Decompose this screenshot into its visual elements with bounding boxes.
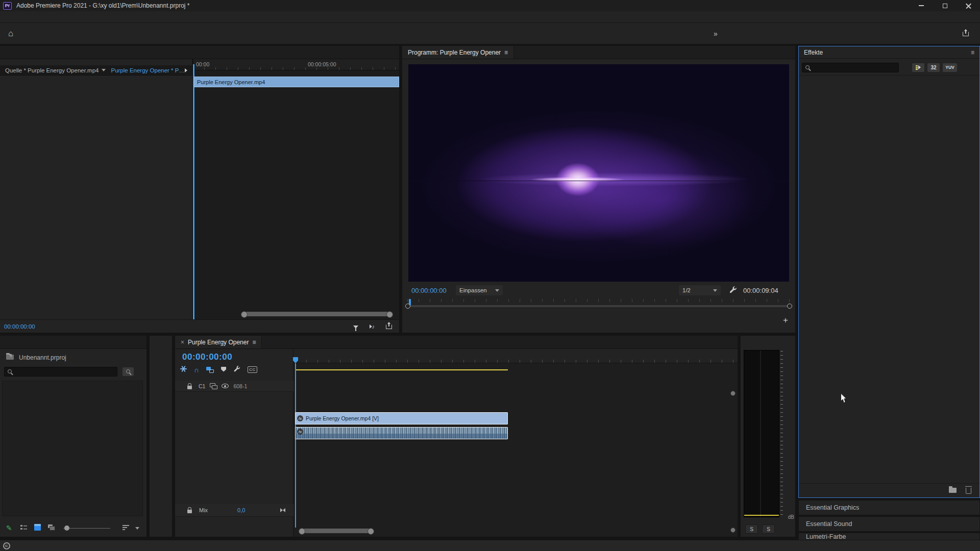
scrubber-handle-right[interactable] xyxy=(787,304,792,309)
panel-menu-icon[interactable]: ≡ xyxy=(971,49,974,56)
effect-controls-mini-timeline[interactable]: 00:00 00:00:05:00 Purple Energy Opener.m… xyxy=(192,59,399,319)
work-area-bar[interactable] xyxy=(295,369,508,370)
sequence-expand-icon[interactable] xyxy=(185,68,187,72)
search-text[interactable] xyxy=(813,64,889,70)
caption-format-badge: 608-1 xyxy=(233,383,247,389)
share-export-icon[interactable] xyxy=(963,30,969,38)
sort-icon[interactable] xyxy=(122,524,129,532)
search-bin-icon[interactable] xyxy=(122,367,134,376)
source-clip-dropdown-icon[interactable] xyxy=(102,69,106,71)
source-clip-label[interactable]: Quelle * Purple Energy Opener.mp4 xyxy=(5,67,99,73)
yuv-filter[interactable]: YUV xyxy=(943,63,957,72)
program-duration-timecode: 00:00:09:04 xyxy=(743,287,778,294)
play-audio-only-icon[interactable]: ♪ xyxy=(370,323,375,330)
up-one-level-icon[interactable]: ↰ xyxy=(6,354,14,361)
scrubber-handle-left[interactable] xyxy=(405,304,410,309)
close-button[interactable] xyxy=(957,0,980,11)
effects-panel-title[interactable]: Effekte xyxy=(804,49,823,56)
sequence-clip-label[interactable]: Purple Energy Opener * Purple Energy Op.… xyxy=(111,67,185,73)
captions-cc-icon[interactable]: CC xyxy=(248,366,257,373)
panel-menu-icon[interactable]: ≡ xyxy=(504,49,508,56)
snap-magnet-icon[interactable]: ∩ xyxy=(194,367,199,372)
zoom-level-select[interactable]: Einpassen xyxy=(456,285,503,295)
icon-view-icon[interactable] xyxy=(34,524,41,532)
timeline-vscroll-handle-top[interactable] xyxy=(730,391,736,396)
clip-fx-badge[interactable]: fx xyxy=(297,429,303,435)
home-icon[interactable]: ⌂ xyxy=(8,29,13,39)
master-track-header[interactable]: Mix 0,0 xyxy=(175,504,293,517)
add-marker-icon[interactable] xyxy=(221,366,226,373)
window-title: Adobe Premiere Pro 2021 - G:\xy old1\Pre… xyxy=(16,2,190,9)
chevron-down-icon[interactable] xyxy=(135,527,139,530)
creative-cloud-icon[interactable] xyxy=(3,542,10,549)
essential-graphics-panel-collapsed[interactable]: Essential Graphics xyxy=(798,500,980,515)
program-monitor-panel: Programm: Purple Energy Opener≡ 00:00:00… xyxy=(402,46,795,333)
project-breadcrumb[interactable]: ↰ Unbenannt.prproj xyxy=(0,352,146,363)
add-button[interactable]: + xyxy=(783,315,788,325)
titlebar: Pr Adobe Premiere Pro 2021 - G:\xy old1\… xyxy=(0,0,980,11)
project-search-input[interactable] xyxy=(4,367,117,377)
caption-track-header[interactable]: C1 608-1 xyxy=(175,381,293,392)
timeline-video-clip[interactable]: fx Purple Energy Opener.mp4 [V] xyxy=(295,412,508,424)
effects-search-input[interactable] xyxy=(802,63,899,72)
clip-fx-badge[interactable]: fx xyxy=(297,415,303,421)
timeline-timecode[interactable]: 00:00:00:00 xyxy=(182,352,232,362)
playback-resolution-select[interactable]: 1/2 xyxy=(679,285,721,295)
writable-pencil-icon: ✎ xyxy=(6,524,12,532)
menubar xyxy=(0,11,980,22)
insert-as-nest-icon[interactable] xyxy=(180,366,187,374)
keyframe-nav-icon[interactable] xyxy=(280,508,285,512)
filter-properties-icon[interactable] xyxy=(353,323,358,330)
effect-controls-panel: Quelle * Purple Energy Opener.mp4 Purple… xyxy=(0,46,399,333)
minimize-button[interactable] xyxy=(910,0,933,11)
list-view-icon[interactable] xyxy=(20,524,27,532)
settings-wrench-icon[interactable] xyxy=(729,286,737,295)
timeline-audio-clip[interactable]: fx xyxy=(295,427,508,439)
program-scrubber[interactable] xyxy=(402,299,795,310)
source-patch-icon[interactable] xyxy=(210,383,217,389)
timeline-tracks-zone[interactable]: fx Purple Energy Opener.mp4 [V] fx xyxy=(293,349,738,537)
workspace-overflow-chevron[interactable]: » xyxy=(714,30,718,38)
workspace-tabs xyxy=(219,23,730,44)
mini-ruler-label-0: 00:00 xyxy=(196,61,209,67)
timeline-header-column: 00:00:00:00 ∩ CC C1 608-1 xyxy=(175,349,293,537)
mini-timeline-clip[interactable]: Purple Energy Opener.mp4 xyxy=(194,77,399,87)
program-monitor-tab[interactable]: Programm: Purple Energy Opener≡ xyxy=(402,46,514,59)
essential-sound-panel-collapsed[interactable]: Essential Sound xyxy=(798,516,980,532)
freeform-view-icon[interactable] xyxy=(48,524,55,532)
lock-icon[interactable] xyxy=(187,386,192,389)
zoom-slider-handle[interactable] xyxy=(64,525,69,531)
mini-clip-label: Purple Energy Opener.mp4 xyxy=(197,79,265,85)
export-frame-small-icon[interactable] xyxy=(386,322,392,331)
clip-source-header: Quelle * Purple Energy Opener.mp4 Purple… xyxy=(0,65,192,76)
video-clip-label: Purple Energy Opener.mp4 [V] xyxy=(306,415,379,421)
lock-icon[interactable] xyxy=(187,510,192,513)
track-output-eye-icon[interactable] xyxy=(222,384,229,388)
mini-playhead[interactable] xyxy=(193,64,194,319)
zoom-slider[interactable] xyxy=(63,525,110,531)
timeline-horizontal-scrollbar[interactable] xyxy=(301,529,372,533)
close-tab-icon[interactable]: × xyxy=(181,339,184,346)
timeline-settings-wrench-icon[interactable] xyxy=(233,365,240,374)
solo-right-button[interactable]: S xyxy=(762,524,775,534)
timeline-tab[interactable]: × Purple Energy Opener ≡ xyxy=(175,336,262,348)
mini-timeline-zoom-scrollbar[interactable] xyxy=(243,312,391,316)
timeline-ruler[interactable] xyxy=(293,349,738,363)
master-volume-value[interactable]: 0,0 xyxy=(237,507,245,513)
maximize-button[interactable] xyxy=(933,0,957,11)
solo-left-button[interactable]: S xyxy=(745,524,758,534)
timeline-playhead-line[interactable] xyxy=(295,363,296,528)
linked-selection-icon[interactable] xyxy=(206,367,214,373)
effect-controls-timecode[interactable]: 00:00:00:00 xyxy=(4,323,35,330)
panel-menu-icon[interactable]: ≡ xyxy=(252,339,256,346)
timeline-vscroll-handle-bottom[interactable] xyxy=(730,528,736,533)
program-transport-controls xyxy=(402,313,795,330)
program-timecode[interactable]: 00:00:00:00 xyxy=(411,287,447,294)
delete-trash-icon[interactable] xyxy=(966,488,971,494)
accelerated-effects-filter[interactable] xyxy=(912,63,924,72)
meter-peak-line xyxy=(744,515,779,516)
effects-panel: Effekte ≡ 32 YUV xyxy=(798,46,980,498)
audio-meters-panel: dB S S xyxy=(741,336,795,537)
new-custom-bin-icon[interactable] xyxy=(949,487,957,494)
32bit-filter[interactable]: 32 xyxy=(927,63,940,72)
